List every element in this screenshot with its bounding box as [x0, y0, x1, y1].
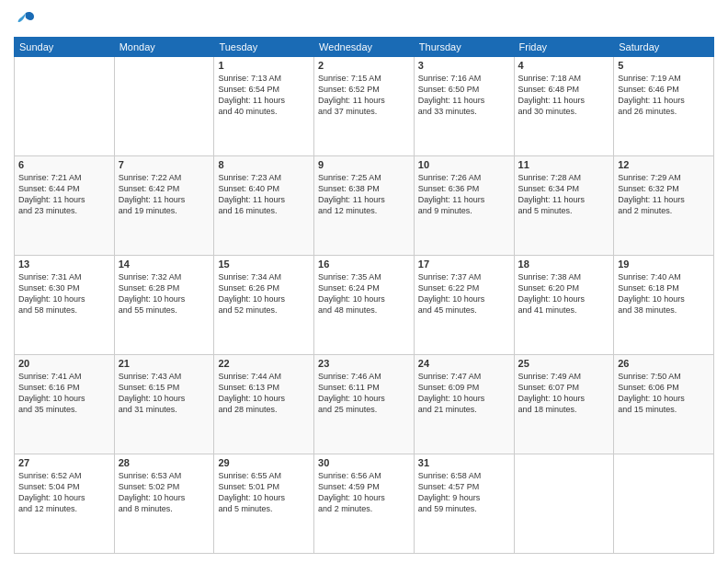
calendar-cell: 21Sunrise: 7:43 AM Sunset: 6:15 PM Dayli…: [114, 355, 214, 454]
day-number: 28: [119, 457, 210, 468]
day-info: Sunrise: 7:18 AM Sunset: 6:48 PM Dayligh…: [518, 73, 610, 118]
day-number: 8: [218, 159, 310, 170]
day-info: Sunrise: 7:43 AM Sunset: 6:15 PM Dayligh…: [119, 371, 210, 416]
day-number: 16: [318, 259, 410, 270]
day-number: 25: [518, 358, 610, 369]
day-number: 31: [418, 457, 510, 468]
day-number: 23: [318, 358, 410, 369]
day-number: 29: [218, 457, 310, 468]
calendar-cell: 23Sunrise: 7:46 AM Sunset: 6:11 PM Dayli…: [314, 355, 415, 454]
day-number: 7: [119, 159, 210, 170]
calendar-cell: 26Sunrise: 7:50 AM Sunset: 6:06 PM Dayli…: [614, 355, 714, 454]
day-info: Sunrise: 7:40 AM Sunset: 6:18 PM Dayligh…: [618, 271, 710, 316]
day-info: Sunrise: 7:41 AM Sunset: 6:16 PM Dayligh…: [18, 371, 110, 416]
calendar-week-row: 13Sunrise: 7:31 AM Sunset: 6:30 PM Dayli…: [15, 256, 714, 355]
day-of-week-header: Thursday: [414, 38, 514, 57]
day-info: Sunrise: 6:52 AM Sunset: 5:04 PM Dayligh…: [18, 470, 110, 515]
calendar-cell: 29Sunrise: 6:55 AM Sunset: 5:01 PM Dayli…: [214, 454, 314, 554]
calendar-cell: [614, 454, 714, 554]
day-info: Sunrise: 7:37 AM Sunset: 6:22 PM Dayligh…: [418, 271, 510, 316]
day-info: Sunrise: 7:34 AM Sunset: 6:26 PM Dayligh…: [218, 271, 310, 316]
day-info: Sunrise: 7:16 AM Sunset: 6:50 PM Dayligh…: [418, 73, 510, 118]
day-info: Sunrise: 7:28 AM Sunset: 6:34 PM Dayligh…: [518, 172, 610, 217]
calendar-cell: 28Sunrise: 6:53 AM Sunset: 5:02 PM Dayli…: [114, 454, 214, 554]
day-info: Sunrise: 6:58 AM Sunset: 4:57 PM Dayligh…: [418, 470, 510, 515]
calendar-cell: 31Sunrise: 6:58 AM Sunset: 4:57 PM Dayli…: [414, 454, 514, 554]
day-of-week-header: Saturday: [614, 38, 714, 57]
calendar-cell: 18Sunrise: 7:38 AM Sunset: 6:20 PM Dayli…: [514, 256, 614, 355]
day-number: 22: [218, 358, 310, 369]
day-info: Sunrise: 7:50 AM Sunset: 6:06 PM Dayligh…: [618, 371, 710, 416]
day-info: Sunrise: 7:25 AM Sunset: 6:38 PM Dayligh…: [318, 172, 410, 217]
day-number: 26: [618, 358, 710, 369]
logo: [14, 9, 36, 29]
day-info: Sunrise: 6:53 AM Sunset: 5:02 PM Dayligh…: [119, 470, 210, 515]
calendar-cell: 30Sunrise: 6:56 AM Sunset: 4:59 PM Dayli…: [314, 454, 415, 554]
day-info: Sunrise: 7:38 AM Sunset: 6:20 PM Dayligh…: [518, 271, 610, 316]
day-number: 1: [218, 60, 310, 71]
calendar-cell: [15, 57, 115, 156]
day-number: 19: [618, 259, 710, 270]
calendar-cell: 17Sunrise: 7:37 AM Sunset: 6:22 PM Dayli…: [414, 256, 514, 355]
day-info: Sunrise: 7:49 AM Sunset: 6:07 PM Dayligh…: [518, 371, 610, 416]
calendar-table: SundayMondayTuesdayWednesdayThursdayFrid…: [14, 37, 714, 554]
day-info: Sunrise: 7:29 AM Sunset: 6:32 PM Dayligh…: [618, 172, 710, 217]
calendar-week-row: 20Sunrise: 7:41 AM Sunset: 6:16 PM Dayli…: [15, 355, 714, 454]
day-of-week-header: Friday: [514, 38, 614, 57]
page: SundayMondayTuesdayWednesdayThursdayFrid…: [0, 0, 728, 563]
day-info: Sunrise: 6:56 AM Sunset: 4:59 PM Dayligh…: [318, 470, 410, 515]
calendar-cell: [114, 57, 214, 156]
calendar-cell: 4Sunrise: 7:18 AM Sunset: 6:48 PM Daylig…: [514, 57, 614, 156]
day-of-week-header: Wednesday: [314, 38, 415, 57]
calendar-week-row: 27Sunrise: 6:52 AM Sunset: 5:04 PM Dayli…: [15, 454, 714, 554]
calendar-cell: 7Sunrise: 7:22 AM Sunset: 6:42 PM Daylig…: [114, 156, 214, 256]
day-number: 17: [418, 259, 510, 270]
day-info: Sunrise: 7:46 AM Sunset: 6:11 PM Dayligh…: [318, 371, 410, 416]
calendar-cell: 20Sunrise: 7:41 AM Sunset: 6:16 PM Dayli…: [15, 355, 115, 454]
day-info: Sunrise: 7:19 AM Sunset: 6:46 PM Dayligh…: [618, 73, 710, 118]
calendar-cell: 5Sunrise: 7:19 AM Sunset: 6:46 PM Daylig…: [614, 57, 714, 156]
day-info: Sunrise: 7:35 AM Sunset: 6:24 PM Dayligh…: [318, 271, 410, 316]
calendar-week-row: 1Sunrise: 7:13 AM Sunset: 6:54 PM Daylig…: [15, 57, 714, 156]
calendar-cell: 27Sunrise: 6:52 AM Sunset: 5:04 PM Dayli…: [15, 454, 115, 554]
day-info: Sunrise: 7:31 AM Sunset: 6:30 PM Dayligh…: [18, 271, 110, 316]
calendar-cell: 25Sunrise: 7:49 AM Sunset: 6:07 PM Dayli…: [514, 355, 614, 454]
calendar-cell: 10Sunrise: 7:26 AM Sunset: 6:36 PM Dayli…: [414, 156, 514, 256]
day-info: Sunrise: 7:21 AM Sunset: 6:44 PM Dayligh…: [18, 172, 110, 217]
calendar-cell: 1Sunrise: 7:13 AM Sunset: 6:54 PM Daylig…: [214, 57, 314, 156]
header: [14, 9, 714, 29]
day-info: Sunrise: 7:22 AM Sunset: 6:42 PM Dayligh…: [119, 172, 210, 217]
calendar-cell: 8Sunrise: 7:23 AM Sunset: 6:40 PM Daylig…: [214, 156, 314, 256]
day-info: Sunrise: 7:13 AM Sunset: 6:54 PM Dayligh…: [218, 73, 310, 118]
calendar-cell: 3Sunrise: 7:16 AM Sunset: 6:50 PM Daylig…: [414, 57, 514, 156]
calendar-cell: 15Sunrise: 7:34 AM Sunset: 6:26 PM Dayli…: [214, 256, 314, 355]
day-number: 6: [18, 159, 110, 170]
calendar-cell: 6Sunrise: 7:21 AM Sunset: 6:44 PM Daylig…: [15, 156, 115, 256]
day-info: Sunrise: 6:55 AM Sunset: 5:01 PM Dayligh…: [218, 470, 310, 515]
day-number: 5: [618, 60, 710, 71]
day-of-week-header: Sunday: [15, 38, 115, 57]
day-info: Sunrise: 7:32 AM Sunset: 6:28 PM Dayligh…: [119, 271, 210, 316]
calendar-cell: 24Sunrise: 7:47 AM Sunset: 6:09 PM Dayli…: [414, 355, 514, 454]
calendar-cell: 14Sunrise: 7:32 AM Sunset: 6:28 PM Dayli…: [114, 256, 214, 355]
calendar-week-row: 6Sunrise: 7:21 AM Sunset: 6:44 PM Daylig…: [15, 156, 714, 256]
day-number: 9: [318, 159, 410, 170]
day-number: 15: [218, 259, 310, 270]
calendar-cell: 22Sunrise: 7:44 AM Sunset: 6:13 PM Dayli…: [214, 355, 314, 454]
day-number: 10: [418, 159, 510, 170]
day-info: Sunrise: 7:26 AM Sunset: 6:36 PM Dayligh…: [418, 172, 510, 217]
day-number: 11: [518, 159, 610, 170]
day-number: 24: [418, 358, 510, 369]
day-of-week-header: Tuesday: [214, 38, 314, 57]
day-number: 4: [518, 60, 610, 71]
calendar-cell: 11Sunrise: 7:28 AM Sunset: 6:34 PM Dayli…: [514, 156, 614, 256]
day-number: 14: [119, 259, 210, 270]
day-info: Sunrise: 7:23 AM Sunset: 6:40 PM Dayligh…: [218, 172, 310, 217]
calendar-cell: 2Sunrise: 7:15 AM Sunset: 6:52 PM Daylig…: [314, 57, 415, 156]
day-info: Sunrise: 7:44 AM Sunset: 6:13 PM Dayligh…: [218, 371, 310, 416]
calendar-cell: 13Sunrise: 7:31 AM Sunset: 6:30 PM Dayli…: [15, 256, 115, 355]
day-number: 20: [18, 358, 110, 369]
day-number: 12: [618, 159, 710, 170]
calendar-cell: 19Sunrise: 7:40 AM Sunset: 6:18 PM Dayli…: [614, 256, 714, 355]
calendar-cell: 9Sunrise: 7:25 AM Sunset: 6:38 PM Daylig…: [314, 156, 415, 256]
